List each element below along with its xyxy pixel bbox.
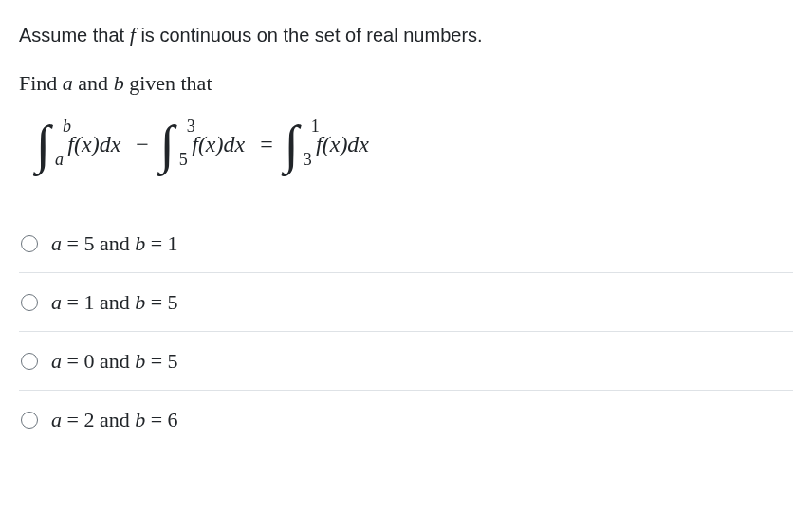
int3-upper: 1 [311, 114, 320, 139]
options-list: a = 5 and b = 1 a = 1 and b = 5 a = 0 an… [19, 214, 793, 449]
int3-integrand: f(x)dx [316, 127, 369, 161]
option-3-text: a = 0 and b = 5 [51, 345, 178, 376]
option-2-text: a = 1 and b = 5 [51, 286, 178, 318]
option-1-text: a = 5 and b = 1 [51, 228, 178, 259]
prompt-post: given that [124, 71, 212, 95]
integral-sign-icon: ∫ [36, 118, 50, 171]
prompt-a: a [63, 71, 73, 95]
option-4[interactable]: a = 2 and b = 6 [19, 391, 793, 449]
int1-integrand: f(x)dx [67, 127, 120, 161]
equals-op: = [260, 127, 273, 161]
prompt-b: b [114, 71, 124, 95]
intro-text: Assume that f is continuous on the set o… [19, 19, 793, 50]
int3-lower: 3 [304, 147, 312, 173]
intro-post: is continuous on the set of real numbers… [136, 25, 483, 46]
integral-1: ∫ b a f(x)dx [36, 118, 120, 171]
radio-icon[interactable] [21, 412, 38, 429]
option-2[interactable]: a = 1 and b = 5 [19, 273, 793, 332]
radio-icon[interactable] [21, 353, 38, 370]
radio-icon[interactable] [21, 294, 38, 311]
prompt-pre: Find [19, 71, 63, 95]
integral-sign-icon: ∫ [160, 118, 175, 171]
option-3[interactable]: a = 0 and b = 5 [19, 332, 793, 391]
option-1[interactable]: a = 5 and b = 1 [19, 214, 793, 273]
prompt-text: Find a and b given that [19, 67, 793, 99]
integral-2: ∫ 3 5 f(x)dx [160, 118, 245, 171]
integral-sign-icon: ∫ [285, 118, 299, 171]
int2-lower: 5 [179, 147, 188, 173]
minus-op: − [136, 127, 149, 161]
prompt-and: and [73, 71, 114, 95]
int1-upper: b [63, 114, 71, 139]
int2-upper: 3 [187, 114, 195, 139]
intro-pre: Assume that [19, 25, 130, 46]
int2-integrand: f(x)dx [192, 127, 245, 161]
integral-3: ∫ 1 3 f(x)dx [285, 118, 369, 171]
option-4-text: a = 2 and b = 6 [51, 404, 178, 435]
radio-icon[interactable] [21, 235, 38, 252]
equation: ∫ b a f(x)dx − ∫ 3 5 f(x)dx = ∫ 1 3 f(x)… [19, 110, 793, 197]
int1-lower: a [55, 147, 64, 173]
